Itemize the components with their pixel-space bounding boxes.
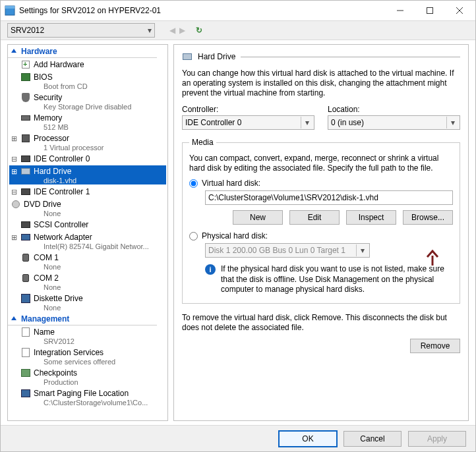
collapse-icon[interactable]: ⊟ <box>11 155 18 163</box>
inspect-button[interactable]: Inspect <box>346 210 396 225</box>
vhd-path-input[interactable] <box>205 190 453 205</box>
close-button[interactable] <box>444 1 474 20</box>
maximize-button[interactable] <box>415 1 444 20</box>
serial-port-icon <box>20 252 31 263</box>
refresh-icon[interactable]: ↻ <box>196 26 202 35</box>
physical-disk-select: Disk 1 200.00 GB Bus 0 Lun 0 Target 1 ▾ <box>205 243 370 258</box>
tree-node-com2[interactable]: COM 2 None <box>8 271 167 292</box>
vhd-radio[interactable]: Virtual hard disk: <box>189 179 453 188</box>
tree-node-com1[interactable]: COM 1 None <box>8 251 167 271</box>
tree-node-ide1[interactable]: ⊟IDE Controller 1 <box>8 185 167 198</box>
tree-node-security[interactable]: Security Key Storage Drive disabled <box>8 91 167 111</box>
edit-button[interactable]: Edit <box>289 210 340 225</box>
controller-label: Controller: <box>182 105 314 114</box>
memory-icon <box>20 113 31 123</box>
physical-radio[interactable]: Physical hard disk: <box>189 231 453 240</box>
vm-selector[interactable]: SRV2012 ▾ <box>7 23 155 38</box>
diskette-icon <box>20 293 31 304</box>
settings-tree[interactable]: Hardware Add Hardware BIOS Boot from CD … <box>7 44 168 421</box>
controller-icon <box>20 186 31 197</box>
services-icon <box>20 347 31 358</box>
expand-icon[interactable]: ⊞ <box>11 135 18 142</box>
chevron-down-icon: ▾ <box>446 117 458 128</box>
svg-rect-3 <box>427 8 432 14</box>
apply-button[interactable]: Apply <box>408 431 466 447</box>
vm-selector-value: SRV2012 <box>11 26 44 35</box>
dialog-footer: OK Cancel Apply <box>1 425 475 451</box>
window-title: Settings for SRV2012 on HYPERV22-01 <box>19 6 385 15</box>
location-label: Location: <box>328 105 460 114</box>
hard-drive-icon <box>20 166 31 177</box>
info-icon: i <box>205 264 216 275</box>
tree-node-name[interactable]: Name SRV2012 <box>8 325 167 346</box>
name-icon <box>20 327 31 337</box>
management-section-header[interactable]: Management <box>8 312 167 325</box>
panel-title: Hard Drive <box>198 52 235 61</box>
svg-rect-1 <box>5 6 15 9</box>
tree-node-network[interactable]: ⊞Network Adapter Intel(R) 82574L Gigabit… <box>8 231 167 251</box>
location-select[interactable]: 0 (in use) ▾ <box>328 115 460 130</box>
tree-node-integration[interactable]: Integration Services Some services offer… <box>8 346 167 366</box>
media-description: You can compact, convert, expand, merge,… <box>189 154 453 173</box>
tree-node-diskette[interactable]: Diskette Drive None <box>8 292 167 312</box>
panel-intro-text: You can change how this virtual hard dis… <box>182 69 460 98</box>
new-button[interactable]: New <box>233 210 283 225</box>
controller-icon <box>20 154 31 164</box>
vm-navigator-bar: SRV2012 ▾ ◀ ▶ ↻ <box>1 20 475 40</box>
tree-node-hard-drive[interactable]: ⊞Hard Drive disk-1.vhd <box>8 165 167 185</box>
chevron-down-icon: ▾ <box>301 117 312 128</box>
chevron-down-icon: ▾ <box>148 26 152 35</box>
hardware-section-header[interactable]: Hardware <box>8 45 167 58</box>
expand-icon[interactable]: ⊞ <box>11 168 18 175</box>
hard-drive-icon <box>182 51 193 62</box>
dvd-icon <box>11 199 21 210</box>
add-hardware-icon <box>20 59 31 70</box>
shield-icon <box>20 92 31 103</box>
paging-file-icon <box>20 388 31 399</box>
remove-button[interactable]: Remove <box>410 339 460 353</box>
browse-button[interactable]: Browse... <box>403 210 453 225</box>
tree-node-dvd[interactable]: DVD Drive None <box>8 198 167 218</box>
media-group: Media You can compact, convert, expand, … <box>182 138 460 304</box>
vhd-radio-input[interactable] <box>189 179 198 188</box>
app-icon <box>5 5 15 16</box>
tree-node-bios[interactable]: BIOS Boot from CD <box>8 71 167 91</box>
title-bar: Settings for SRV2012 on HYPERV22-01 <box>1 1 475 20</box>
physical-disk-info-text: If the physical hard disk you want to us… <box>221 264 453 295</box>
tree-node-scsi[interactable]: SCSI Controller <box>8 218 167 231</box>
tree-node-smart-paging[interactable]: Smart Paging File Location C:\ClusterSto… <box>8 387 167 407</box>
controller-icon <box>20 219 31 230</box>
tree-node-add-hardware[interactable]: Add Hardware <box>8 58 167 71</box>
detail-panel: Hard Drive You can change how this virtu… <box>173 44 469 421</box>
tree-node-ide0[interactable]: ⊟IDE Controller 0 <box>8 152 167 165</box>
physical-radio-input[interactable] <box>189 232 198 240</box>
network-icon <box>20 232 31 242</box>
serial-port-icon <box>20 273 31 283</box>
tree-node-checkpoints[interactable]: Checkpoints Production <box>8 366 167 387</box>
tree-node-memory[interactable]: Memory 512 MB <box>8 111 167 132</box>
annotation-arrow-icon <box>423 249 442 269</box>
ok-button[interactable]: OK <box>279 431 337 447</box>
cpu-icon <box>20 133 31 144</box>
expand-icon[interactable]: ⊞ <box>11 234 18 241</box>
remove-description: To remove the virtual hard disk, click R… <box>182 313 460 333</box>
chevron-down-icon: ▾ <box>356 244 368 256</box>
cancel-button[interactable]: Cancel <box>343 431 402 447</box>
checkpoints-icon <box>20 368 31 378</box>
media-legend: Media <box>189 138 216 147</box>
minimize-button[interactable] <box>385 1 415 20</box>
tree-node-processor[interactable]: ⊞Processor 1 Virtual processor <box>8 132 167 152</box>
nav-back-icon[interactable]: ◀ <box>169 26 175 35</box>
nav-forward-icon[interactable]: ▶ <box>179 26 185 35</box>
controller-select[interactable]: IDE Controller 0 ▾ <box>182 115 314 130</box>
bios-icon <box>20 72 31 82</box>
collapse-icon[interactable]: ⊟ <box>11 188 18 196</box>
